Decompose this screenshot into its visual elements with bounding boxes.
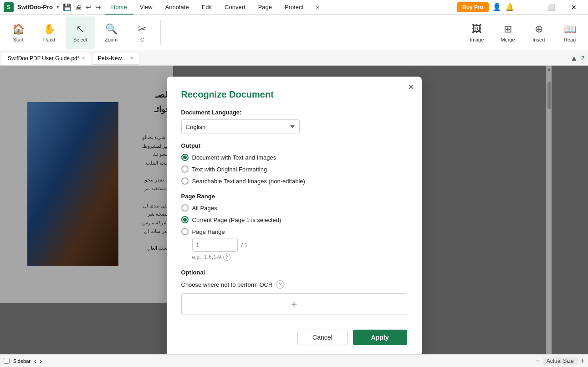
- undo-icon[interactable]: ↩: [86, 3, 92, 11]
- read-tool[interactable]: 📖 Read: [555, 16, 584, 49]
- page-range-radio-custom[interactable]: [181, 228, 189, 235]
- output-option-searchable-text[interactable]: Searchable Text and Images (non-editable…: [181, 177, 407, 185]
- add-ocr-exclude-button[interactable]: +: [181, 293, 407, 315]
- user-icon[interactable]: 👤: [492, 3, 501, 11]
- tab-pets-label: Pets-New…: [98, 55, 127, 62]
- image-label: Image: [470, 37, 484, 42]
- start-tool[interactable]: 🏠 Start: [4, 16, 33, 49]
- save-icon[interactable]: 💾: [63, 3, 72, 11]
- page-range-radio-group: All Pages Current Page (Page 1 is select…: [181, 204, 407, 235]
- read-label: Read: [564, 37, 576, 42]
- maximize-button[interactable]: ⬜: [541, 0, 562, 15]
- page-range-input-field[interactable]: [192, 238, 238, 252]
- tab-pdf-guide-label: SwifDoo PDF User Guide.pdf: [8, 55, 79, 62]
- hand-icon: ✋: [43, 23, 56, 35]
- nav-edit[interactable]: Edit: [195, 0, 218, 15]
- page-range-option-current[interactable]: Current Page (Page 1 is selected): [181, 216, 407, 223]
- page-range-label-all: All Pages: [192, 205, 217, 212]
- page-range-total: / 2: [241, 242, 248, 248]
- page-range-option-all[interactable]: All Pages: [181, 204, 407, 212]
- zoom-controls: − Actual Size +: [536, 357, 584, 365]
- app-logo: S: [4, 2, 14, 12]
- output-radio-text-formatting[interactable]: [181, 165, 189, 173]
- optional-help-icon[interactable]: ?: [276, 280, 284, 289]
- toolbar-spacer: [164, 16, 460, 49]
- insert-icon: ⊕: [535, 23, 543, 35]
- output-option-text-formatting[interactable]: Text with Original Formatting: [181, 165, 407, 173]
- app-dropdown-arrow[interactable]: ▾: [56, 4, 59, 10]
- image-tool[interactable]: 🖼 Image: [462, 16, 491, 49]
- tab-pets-close[interactable]: ✕: [130, 56, 133, 61]
- output-radio-searchable-text[interactable]: [181, 177, 189, 185]
- minimize-button[interactable]: —: [518, 0, 539, 15]
- start-label: Start: [13, 37, 23, 42]
- optional-section-title: Optional: [181, 269, 205, 276]
- hand-label: Hand: [43, 37, 55, 42]
- zoom-plus-button[interactable]: +: [580, 357, 584, 365]
- nav-home[interactable]: Home: [105, 0, 133, 15]
- nav-more[interactable]: »: [310, 0, 326, 15]
- zoom-tool[interactable]: 🔍 Zoom: [97, 16, 126, 49]
- modal-overlay: Recognize Document ✕ Document Language: …: [0, 66, 588, 367]
- tab-nav-area: ▲ 2: [570, 54, 586, 62]
- recognize-document-modal: Recognize Document ✕ Document Language: …: [167, 77, 422, 356]
- buy-pro-button[interactable]: Buy Pro: [457, 2, 489, 12]
- output-option-doc-text-images[interactable]: Document with Text and Images: [181, 154, 407, 161]
- zoom-icon: 🔍: [105, 23, 118, 35]
- merge-tool[interactable]: ⊞ Merge: [493, 16, 522, 49]
- apply-button[interactable]: Apply: [353, 330, 407, 345]
- cancel-button[interactable]: Cancel: [297, 330, 348, 345]
- sidebar-nav-prev[interactable]: ‹: [34, 357, 36, 365]
- nav-protect[interactable]: Protect: [278, 0, 310, 15]
- insert-tool[interactable]: ⊕ Insert: [524, 16, 553, 49]
- app-name: SwifDoo-Pro: [17, 4, 53, 10]
- tab-pdf-guide[interactable]: SwifDoo PDF User Guide.pdf ✕: [2, 52, 91, 65]
- output-radio-doc-text-images[interactable]: [181, 154, 189, 161]
- read-icon: 📖: [564, 23, 576, 35]
- sidebar-toggle-label[interactable]: Sidebar: [13, 358, 31, 364]
- image-icon: 🖼: [472, 23, 482, 35]
- bell-icon[interactable]: 🔔: [505, 3, 514, 11]
- range-hint-icon[interactable]: ?: [223, 253, 230, 261]
- sidebar-checkbox[interactable]: [4, 358, 10, 364]
- crop-label: C: [140, 37, 144, 42]
- page-range-section-title: Page Range: [181, 193, 407, 200]
- sidebar-nav-next[interactable]: ›: [40, 357, 42, 365]
- range-hint-row: e.g., 1,6,1-9 ?: [192, 253, 407, 261]
- page-number-badge: 2: [579, 55, 586, 62]
- modal-close-button[interactable]: ✕: [408, 83, 414, 91]
- nav-view[interactable]: View: [133, 0, 159, 15]
- main-nav: Home View Annotate Edit Convert Page Pro…: [105, 0, 453, 15]
- output-label-doc-text-images: Document with Text and Images: [192, 154, 276, 161]
- page-range-radio-current[interactable]: [181, 216, 189, 223]
- nav-page[interactable]: Page: [252, 0, 278, 15]
- tab-pdf-guide-close[interactable]: ✕: [82, 56, 85, 61]
- main-area: الصـ فوائـ لا شيء يضالو غيرالمشروط. صحو …: [0, 66, 588, 367]
- zoom-label: Zoom: [105, 37, 118, 42]
- select-label: Select: [73, 37, 87, 42]
- page-range-input-row: / 2: [192, 238, 407, 252]
- hand-tool[interactable]: ✋ Hand: [35, 16, 64, 49]
- add-icon: +: [291, 298, 297, 310]
- titlebar-right: Buy Pro 👤 🔔 — ⬜ ✕: [457, 0, 584, 15]
- redo-icon[interactable]: ↪: [95, 3, 101, 11]
- tab-pets[interactable]: Pets-New… ✕: [92, 52, 139, 65]
- close-button[interactable]: ✕: [563, 0, 584, 15]
- page-range-radio-all[interactable]: [181, 204, 189, 212]
- nav-annotate[interactable]: Annotate: [159, 0, 195, 15]
- crop-tool[interactable]: ✂ C: [128, 16, 157, 49]
- nav-convert[interactable]: Convert: [218, 0, 252, 15]
- window-controls: — ⬜ ✕: [518, 0, 584, 15]
- modal-title: Recognize Document: [181, 89, 407, 100]
- select-tool[interactable]: ↖ Select: [66, 16, 95, 49]
- language-select[interactable]: English Chinese French German Spanish Ja…: [181, 119, 300, 134]
- insert-label: Insert: [532, 37, 545, 42]
- page-range-option-custom[interactable]: Page Range: [181, 228, 407, 235]
- range-hint-text: e.g., 1,6,1-9: [192, 254, 221, 260]
- output-label-text-formatting: Text with Original Formatting: [192, 166, 267, 173]
- page-up-icon[interactable]: ▲: [570, 54, 578, 62]
- zoom-level-label: Actual Size: [543, 357, 578, 365]
- print-icon[interactable]: 🖨: [75, 3, 82, 11]
- optional-label-row: Optional: [181, 269, 407, 276]
- zoom-minus-button[interactable]: −: [536, 357, 540, 365]
